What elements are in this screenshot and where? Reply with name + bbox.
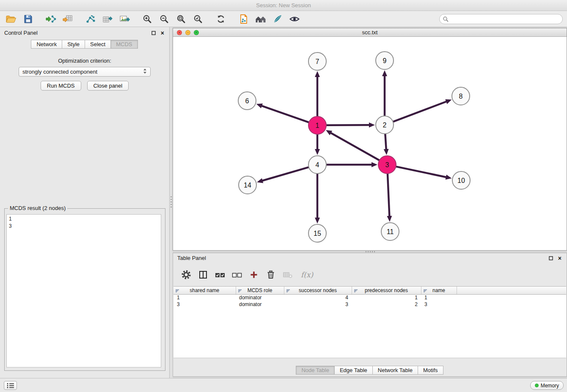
save-session-button[interactable] [19,12,36,26]
node-10[interactable]: 10 [452,171,470,189]
node-2[interactable]: 2 [376,116,394,134]
floppy-icon [23,14,33,24]
export-table-button[interactable] [99,12,116,26]
show-hide-button[interactable] [286,12,303,26]
window-titlebar: Session: New Session [0,0,567,11]
apply-layout-button[interactable] [212,12,229,26]
node-4[interactable]: 4 [308,156,326,174]
close-control-panel-icon[interactable]: × [161,30,164,36]
node-table[interactable]: shared nameMCDS rolesuccessor nodesprede… [173,286,566,358]
table-body: 1dominator4113dominator323 [173,294,566,308]
zoom-selected-icon [193,14,203,24]
close-table-panel-icon[interactable]: × [558,255,561,261]
create-column-button[interactable] [248,268,260,281]
node-6[interactable]: 6 [238,92,256,110]
select-all-columns-button[interactable] [214,268,226,281]
node-11[interactable]: 11 [381,223,399,240]
edge-arrow-icon [257,178,263,183]
unchecked-boxes-icon [231,270,242,280]
node-14[interactable]: 14 [239,176,256,194]
float-panel-icon[interactable] [151,31,156,35]
svg-text:15: 15 [314,230,321,237]
zoom-selected-button[interactable] [190,12,206,26]
tab-mcds[interactable]: MCDS [110,40,138,49]
plus-icon [249,270,259,280]
column-header-name[interactable]: name [421,287,457,294]
column-sort-icon [238,288,242,294]
tab-edge-table[interactable]: Edge Table [334,366,373,375]
network-document-button[interactable] [235,12,252,26]
maximize-window-icon[interactable]: + [194,30,199,35]
edge-3-11[interactable] [388,174,390,217]
network-window-titlebar[interactable]: scc.txt × − + [173,28,567,37]
column-header-successor-nodes[interactable]: successor nodes [284,287,352,294]
edge-arrow-icon [445,99,451,104]
tab-network-table[interactable]: Network Table [372,366,418,375]
close-window-icon[interactable]: × [177,30,182,35]
close-panel-button[interactable]: Close panel [87,81,129,91]
node-1[interactable]: 1 [308,116,326,134]
tab-network[interactable]: Network [31,40,62,49]
edge-arrow-icon [384,149,389,155]
edge-1-6[interactable] [261,105,309,122]
svg-text:8: 8 [459,93,463,100]
criterion-dropdown[interactable]: strongly connected component [19,67,151,77]
unselect-all-columns-button[interactable] [231,268,243,281]
minimize-window-icon[interactable]: − [185,30,190,35]
zoom-fit-button[interactable] [173,12,190,26]
float-table-panel-icon[interactable] [549,256,553,260]
table-row[interactable]: 3dominator323 [173,301,566,308]
ndex-button[interactable] [252,12,269,26]
result-line: 3 [9,223,159,230]
import-network-button[interactable] [42,12,59,26]
vertical-splitter[interactable] [170,27,173,378]
mcds-result-list[interactable]: 13 [6,214,161,367]
edge-2-3[interactable] [385,134,386,150]
zoom-in-button[interactable] [139,12,156,26]
style-button[interactable] [269,12,286,26]
task-history-button[interactable] [4,381,17,390]
tab-select[interactable]: Select [85,40,111,49]
tab-style[interactable]: Style [62,40,85,49]
column-header-predecessor-nodes[interactable]: predecessor nodes [352,287,421,294]
delete-column-button[interactable] [264,268,277,281]
zoom-out-button[interactable] [156,12,173,26]
tab-node-table[interactable]: Node Table [296,366,335,375]
run-mcds-button[interactable]: Run MCDS [41,81,81,91]
table-row[interactable]: 1dominator411 [173,294,566,301]
edge-4-14[interactable] [261,167,309,181]
search-field [439,14,563,24]
function-builder-button[interactable]: f(x) [301,271,313,279]
tab-motifs[interactable]: Motifs [418,366,443,375]
edge-2-8[interactable] [393,101,448,122]
memory-button[interactable]: Memory [530,381,564,390]
node-15[interactable]: 15 [308,224,326,242]
import-table-button[interactable] [59,12,76,26]
column-header-shared-name[interactable]: shared name [173,287,236,294]
edge-3-10[interactable] [396,166,447,177]
column-header-MCDS-role[interactable]: MCDS role [236,287,284,294]
node-3[interactable]: 3 [378,156,396,174]
show-columns-button[interactable] [197,268,209,281]
table-settings-button[interactable] [180,268,193,281]
open-session-button[interactable] [3,12,19,26]
node-7[interactable]: 7 [308,52,326,70]
search-input[interactable] [439,14,563,24]
edge-arrow-icon [446,174,452,179]
edge-1-2[interactable] [326,125,370,125]
node-8[interactable]: 8 [452,87,470,105]
control-panel-tabs: NetworkStyleSelectMCDS [0,40,169,49]
control-panel-header: Control Panel × [0,27,169,39]
network-canvas[interactable]: 7968124314101511 [173,37,567,250]
edge-3-1[interactable] [330,133,380,160]
network-window: scc.txt × − + 7968124314101511 [173,28,567,251]
edge-arrow-icon [382,70,387,76]
network-graph[interactable]: 7968124314101511 [173,37,567,250]
node-9[interactable]: 9 [376,52,394,69]
delete-table-button[interactable] [281,268,294,281]
new-network-button[interactable] [82,12,99,26]
table-toolbar: f(x) [173,263,567,286]
eye-icon [289,14,300,24]
export-image-button[interactable] [116,12,133,26]
control-panel-title: Control Panel [4,30,38,36]
